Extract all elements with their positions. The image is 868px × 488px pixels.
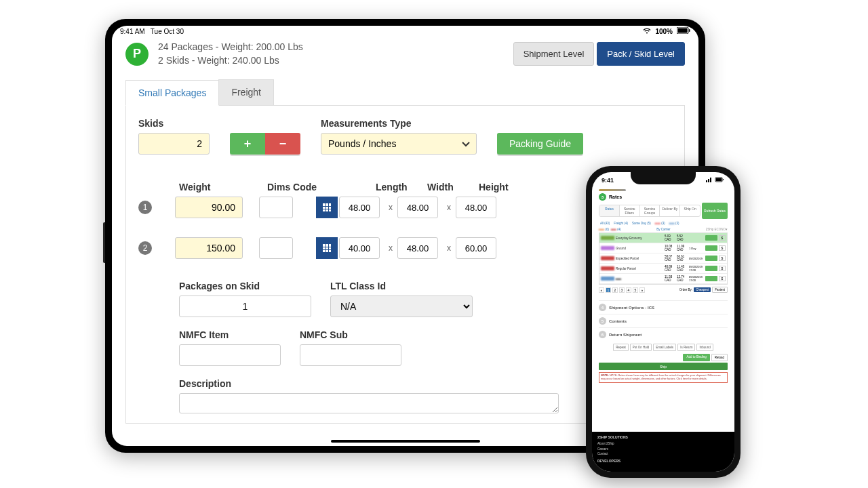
page-next[interactable]: » (639, 287, 645, 293)
repeat-button[interactable]: Repeat (613, 344, 629, 351)
rate-row[interactable]: Regular Parcel 48.89 CAD 11.43 CAD 09/20… (599, 264, 727, 274)
rates-tabs: Rates Service Filters Service Groups Del… (599, 205, 701, 217)
shipment-level-button[interactable]: Shipment Level (513, 42, 595, 66)
rate-row[interactable]: Expedited Parcel 58.07 CAD 66.61 CAD 09/… (599, 253, 727, 264)
carrier-logo (601, 236, 614, 240)
weight-input[interactable] (175, 237, 243, 259)
filter-pill[interactable]: ■■■ (3) (668, 221, 681, 226)
pack-skid-level-button[interactable]: Pack / Skid Level (597, 42, 685, 66)
page-number[interactable]: 1 (606, 287, 611, 293)
width-input[interactable] (397, 197, 438, 218)
weight-input[interactable] (175, 197, 243, 218)
dims-lookup-button[interactable] (316, 237, 338, 259)
rates-accordion-header[interactable]: 3 Rates (599, 193, 728, 201)
rates-label: Rates (609, 195, 622, 199)
phone-tab-service-groups[interactable]: Service Groups (640, 205, 660, 216)
iphone-notch (631, 172, 696, 184)
phone-tab-rates[interactable]: Rates (599, 205, 620, 216)
skids-input[interactable] (138, 133, 210, 155)
description-textarea[interactable] (179, 393, 559, 413)
footer-link[interactable]: Careers (597, 447, 729, 451)
phone-tab-deliver-by[interactable]: Deliver By (660, 205, 680, 216)
footer-link[interactable]: Contact (597, 451, 729, 456)
packages-on-skid-input[interactable] (179, 296, 311, 317)
nmfc-item-label: NMFC Item (179, 329, 281, 340)
col-weight: Weight (179, 182, 260, 192)
skids-increment-button[interactable]: + (230, 133, 265, 155)
accordion-return-shipment[interactable]: 6 Return Shipment (599, 327, 728, 341)
filter-pill[interactable]: All (43) (599, 221, 611, 226)
refresh-rates-button[interactable]: Refresh Rates (702, 203, 728, 219)
rate-detail-button[interactable]: $ (719, 276, 726, 281)
ship-button[interactable]: Ship (599, 363, 728, 370)
measurements-type-select[interactable]: Pounds / Inches (321, 133, 477, 155)
tab-small-packages[interactable]: Small Packages (125, 80, 219, 106)
filter-pill[interactable]: ■■■ (4) (611, 228, 621, 231)
page-number[interactable]: 2 (612, 287, 618, 293)
add-to-binding-button[interactable]: Add to Binding (683, 354, 709, 361)
sort-by-carrier[interactable]: By Carrier (656, 228, 670, 231)
length-input[interactable] (339, 237, 380, 259)
dims-lookup-button[interactable] (316, 197, 338, 218)
tab-freight[interactable]: Freight (218, 79, 274, 105)
filter-pill[interactable]: ■■■ (6) (599, 228, 609, 231)
rates-note: NOTE: NOTE: Rates shown here may be diff… (599, 372, 728, 383)
length-input[interactable] (339, 197, 380, 218)
svg-rect-21 (706, 180, 707, 182)
order-fastest-button[interactable]: Fastest (712, 287, 728, 293)
accordion-shipment-options[interactable]: 4 Shipment Options - ICS (599, 300, 728, 314)
rate-detail-button[interactable]: $ (719, 256, 726, 261)
accordion-contents[interactable]: 5 Contents (599, 314, 728, 327)
select-rate-button[interactable] (705, 235, 717, 241)
rate-detail-button[interactable]: $ (719, 266, 726, 271)
inbound-button[interactable]: Inbound (696, 344, 713, 351)
accordion-label: Shipment Options - ICS (609, 306, 654, 310)
col-height: Height (479, 182, 524, 192)
width-input[interactable] (397, 237, 438, 259)
select-rate-button[interactable] (705, 245, 717, 251)
col-width: Width (427, 182, 472, 192)
rate-row[interactable]: Ground 10.08 CAD 11.09 CAD 1 Day $ (599, 243, 727, 253)
height-input[interactable] (456, 237, 496, 259)
filter-pill[interactable]: ■■■ (3) (654, 221, 667, 226)
email-labels-button[interactable]: Email Labels (653, 344, 676, 351)
page-number[interactable]: 5 (633, 287, 638, 293)
phone-tab-service-filters[interactable]: Service Filters (620, 205, 640, 216)
filter-pill[interactable]: Same Day (5) (631, 221, 652, 226)
reload-button[interactable]: Reload (711, 354, 728, 361)
put-on-hold-button[interactable]: Put On Hold (630, 344, 652, 351)
rate-row[interactable]: ■■■ 11.58 CAD 12.74 CAD 09/20/2019 17:00… (599, 274, 727, 284)
skids-decrement-button[interactable]: − (265, 133, 300, 155)
rate-row[interactable]: Everyday Economy 5.03 CAD 5.52 CAD $ (599, 233, 727, 243)
carrier-logo (601, 266, 614, 270)
svg-rect-1 (678, 28, 688, 33)
filter-pill[interactable]: Freight (4) (612, 221, 629, 226)
nmfc-item-input[interactable] (179, 344, 281, 366)
page-number[interactable]: 3 (619, 287, 625, 293)
header-skids-summary: 2 Skids - Weight: 240.00 Lbs (158, 54, 504, 68)
height-input[interactable] (456, 197, 496, 218)
rate-meta: 09/20/2019 (689, 257, 704, 260)
footer-link[interactable]: About 2Ship (597, 441, 729, 446)
select-rate-button[interactable] (705, 256, 717, 261)
phone-tab-ship-on[interactable]: Ship On (680, 205, 700, 216)
packing-guide-button[interactable]: Packing Guide (497, 133, 583, 155)
page-prev[interactable]: « (599, 287, 604, 293)
select-rate-button[interactable] (705, 266, 717, 271)
svg-rect-3 (323, 203, 326, 206)
rate-detail-button[interactable]: $ (719, 235, 726, 241)
order-cheapest-button[interactable]: Cheapest (694, 287, 711, 292)
ltl-class-select[interactable]: N/A (330, 296, 473, 317)
page-number[interactable]: 4 (626, 287, 631, 293)
svg-rect-9 (323, 209, 326, 211)
svg-rect-14 (329, 244, 331, 247)
dims-code-input[interactable] (259, 237, 293, 259)
ipad-home-indicator (331, 440, 480, 443)
dims-code-input[interactable] (259, 197, 293, 218)
select-rate-button[interactable] (705, 276, 717, 281)
nmfc-sub-input[interactable] (300, 344, 401, 366)
battery-percent: 100% (655, 28, 673, 35)
rate-total: 66.61 CAD (677, 255, 688, 262)
is-return-button[interactable]: Is Return (677, 344, 695, 351)
rate-detail-button[interactable]: $ (719, 245, 726, 251)
